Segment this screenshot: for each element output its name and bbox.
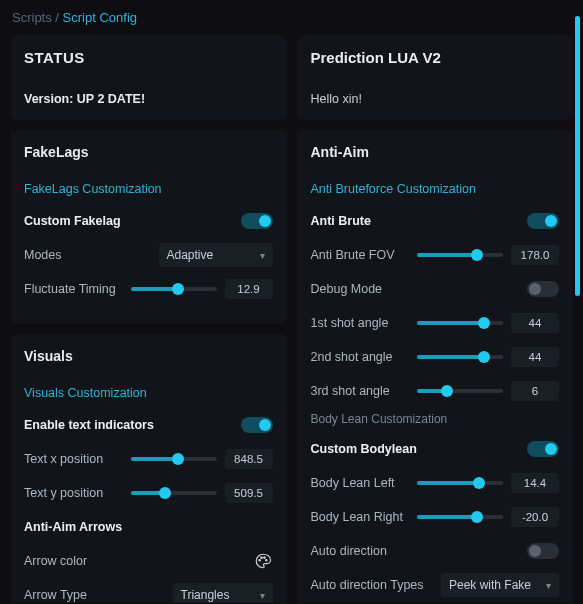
body-lean-left-value[interactable]: 14.4 <box>511 473 559 493</box>
custom-fakelag-label: Custom Fakelag <box>24 214 121 228</box>
debug-mode-toggle[interactable] <box>527 281 559 297</box>
scrollbar[interactable] <box>575 16 580 296</box>
svg-point-3 <box>265 560 267 562</box>
custom-bodylean-label: Custom Bodylean <box>311 442 417 456</box>
shot1-value[interactable]: 44 <box>511 313 559 333</box>
chevron-down-icon: ▾ <box>546 580 551 591</box>
auto-direction-types-label: Auto direction Types <box>311 578 424 592</box>
text-x-slider[interactable] <box>131 457 217 461</box>
visuals-card: Visuals Visuals Customization Enable tex… <box>10 334 287 603</box>
shot3-slider[interactable] <box>417 389 503 393</box>
text-y-label: Text y position <box>24 486 103 500</box>
shot3-value[interactable]: 6 <box>511 381 559 401</box>
modes-label: Modes <box>24 248 62 262</box>
modes-select[interactable]: Adaptive ▾ <box>159 243 273 267</box>
anti-brute-label: Anti Brute <box>311 214 371 228</box>
auto-direction-toggle[interactable] <box>527 543 559 559</box>
shot3-label: 3rd shot angle <box>311 384 390 398</box>
fakelags-title: FakeLags <box>24 144 273 160</box>
arrow-color-label: Arrow color <box>24 554 87 568</box>
fluctuate-value[interactable]: 12.9 <box>225 279 273 299</box>
text-indicators-toggle[interactable] <box>241 417 273 433</box>
fluctuate-slider[interactable] <box>131 287 217 291</box>
visuals-subhead: Visuals Customization <box>24 386 273 400</box>
right-column: Prediction LUA V2 Hello xin! Anti-Aim An… <box>297 35 574 603</box>
breadcrumb-root[interactable]: Scripts <box>12 10 52 25</box>
chevron-down-icon: ▾ <box>260 590 265 601</box>
fakelags-card: FakeLags FakeLags Customization Custom F… <box>10 130 287 324</box>
anti-aim-card: Anti-Aim Anti Bruteforce Customization A… <box>297 130 574 603</box>
svg-point-2 <box>263 557 265 559</box>
body-lean-left-label: Body Lean Left <box>311 476 395 490</box>
fakelags-subhead: FakeLags Customization <box>24 182 273 196</box>
prediction-card: Prediction LUA V2 Hello xin! <box>297 35 574 120</box>
text-y-slider[interactable] <box>131 491 217 495</box>
left-column: STATUS Version: UP 2 DATE! FakeLags Fake… <box>10 35 287 603</box>
text-indicators-label: Enable text indicators <box>24 418 154 432</box>
breadcrumb-current: Script Config <box>63 10 137 25</box>
anti-brute-fov-value[interactable]: 178.0 <box>511 245 559 265</box>
status-version: Version: UP 2 DATE! <box>24 92 273 106</box>
prediction-title: Prediction LUA V2 <box>311 49 560 66</box>
shot1-slider[interactable] <box>417 321 503 325</box>
fluctuate-label: Fluctuate Timing <box>24 282 116 296</box>
debug-mode-label: Debug Mode <box>311 282 383 296</box>
shot2-label: 2nd shot angle <box>311 350 393 364</box>
arrow-type-select[interactable]: Triangles ▾ <box>173 583 273 603</box>
shot2-value[interactable]: 44 <box>511 347 559 367</box>
body-lean-right-value[interactable]: -20.0 <box>511 507 559 527</box>
status-card: STATUS Version: UP 2 DATE! <box>10 35 287 120</box>
anti-brute-toggle[interactable] <box>527 213 559 229</box>
body-lean-left-slider[interactable] <box>417 481 503 485</box>
body-lean-right-label: Body Lean Right <box>311 510 403 524</box>
palette-icon[interactable] <box>253 551 273 571</box>
visuals-title: Visuals <box>24 348 273 364</box>
auto-direction-types-select[interactable]: Peek with Fake ▾ <box>441 573 559 597</box>
anti-aim-title: Anti-Aim <box>311 144 560 160</box>
shot2-slider[interactable] <box>417 355 503 359</box>
text-y-value[interactable]: 509.5 <box>225 483 273 503</box>
svg-point-1 <box>260 557 262 559</box>
shot1-label: 1st shot angle <box>311 316 389 330</box>
auto-direction-label: Auto direction <box>311 544 387 558</box>
arrow-type-label: Arrow Type <box>24 588 87 602</box>
text-x-label: Text x position <box>24 452 103 466</box>
svg-point-0 <box>258 560 260 562</box>
chevron-down-icon: ▾ <box>260 250 265 261</box>
breadcrumb: Scripts / Script Config <box>10 8 573 35</box>
custom-fakelag-toggle[interactable] <box>241 213 273 229</box>
anti-brute-fov-label: Anti Brute FOV <box>311 248 395 262</box>
text-x-value[interactable]: 848.5 <box>225 449 273 469</box>
body-lean-right-slider[interactable] <box>417 515 503 519</box>
status-title: STATUS <box>24 49 273 66</box>
body-lean-subhead: Body Lean Customization <box>311 412 560 426</box>
prediction-hello: Hello xin! <box>311 92 560 106</box>
anti-brute-fov-slider[interactable] <box>417 253 503 257</box>
anti-aim-arrows-label: Anti-Aim Arrows <box>24 520 122 534</box>
anti-aim-subhead: Anti Bruteforce Customization <box>311 182 560 196</box>
custom-bodylean-toggle[interactable] <box>527 441 559 457</box>
